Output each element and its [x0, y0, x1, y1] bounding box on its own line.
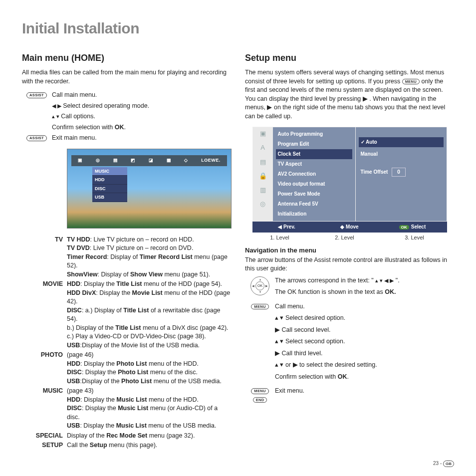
step-call-main: Call main menu. — [52, 91, 149, 102]
setup-menu-intro: The menu system offers several ways of c… — [245, 68, 454, 121]
up-down-arrow-icon: ▴ ▾ — [52, 113, 61, 119]
navigation-intro: The arrow buttons of the Assist remote c… — [245, 256, 454, 273]
dpad-ok-icon: ▴▾◀▶ — [250, 276, 269, 295]
setup-item: Antenna Feed 5V — [276, 199, 352, 209]
nav-exit: Exit menu. — [275, 387, 400, 396]
main-menu-heading: Main menu (HOME) — [22, 52, 231, 64]
tv-dropdown-item: USB — [92, 193, 127, 202]
column-left: Main menu (HOME) All media files can be … — [22, 52, 231, 451]
body-special: Display of the Rec Mode Set menu (page 3… — [67, 432, 231, 442]
ok-pill-icon: OK — [399, 225, 409, 230]
top-icon: ▣ — [78, 157, 82, 164]
term-music: MUSIC — [22, 387, 67, 432]
nav-call-menu: Call menu. — [275, 302, 400, 311]
top-icon: ▤ — [113, 157, 118, 164]
menu-button-icon: MENU — [251, 388, 268, 394]
display-icon: ▤ — [260, 158, 266, 167]
setup-level1-icons: ▣ A ▤ 🔒 ▥ ◎ — [253, 127, 273, 221]
hint-prev: ◀ Prev. — [255, 224, 318, 231]
nav-select-setting: ▴ ▾ or ▶ to select the desired setting. — [275, 361, 400, 370]
body-music: (page 43) HDD: Display the Music List me… — [67, 387, 231, 432]
step-call-options: ▴ ▾ Call options. — [52, 112, 149, 123]
page-title: Initial Installation — [22, 18, 454, 39]
tv-dropdown-title: MUSIC — [92, 167, 127, 176]
setup-menu-screenshot: ▣ A ▤ 🔒 ▥ ◎ Auto Programming Program Edi… — [252, 127, 447, 241]
setup-option-auto: ✓ Auto — [359, 137, 444, 147]
nav-confirm: Confirm selection with OK. — [275, 373, 400, 382]
menu-button-icon: MENU — [251, 304, 268, 310]
term-photo: PHOTO — [22, 351, 67, 387]
level-labels: 1. Level 2. Level 3. Level — [252, 234, 447, 241]
step-select-mode: ◀ ▶ Select desired operating mode. — [52, 102, 149, 113]
setup-item: Program Edit — [276, 139, 352, 149]
assist-button-icon: ASSIST — [26, 135, 47, 141]
end-button-icon: END — [253, 397, 267, 403]
left-right-arrow-icon: ◀ ▶ — [52, 103, 63, 109]
top-icon: ◇ — [184, 157, 188, 164]
page-footer: 23 - GB — [433, 460, 454, 467]
navigation-steps: ▴▾◀▶ The arrows correspond in the text: … — [245, 276, 400, 407]
step-exit-main: Exit main menu. — [52, 134, 149, 145]
hint-move: ◆ Move — [318, 224, 381, 231]
term-special: SPECIAL — [22, 432, 67, 442]
rec-icon: ◎ — [260, 200, 265, 209]
nav-select-second: ▴ ▾ Select second option. — [275, 337, 400, 346]
setup-item: Power Save Mode — [276, 189, 352, 199]
menu-description-list: TV TV HDD: Live TV picture on – record o… — [22, 236, 231, 451]
tuner-icon: ▣ — [260, 129, 266, 138]
setup-item: TV Aspect — [276, 159, 352, 169]
setup-option-manual: Manual — [359, 149, 444, 159]
setup-level3-list: ✓ Auto Manual Time Offset 0 — [355, 127, 447, 221]
setup-item-selected: Clock Set — [276, 149, 352, 159]
assist-button-icon: ASSIST — [26, 92, 47, 98]
nav-ok-line: The OK function is shown in the text as … — [275, 288, 400, 297]
term-setup: SETUP — [22, 441, 67, 451]
setup-footer-hints: ◀ Prev. ◆ Move OKSelect — [252, 222, 447, 233]
setup-menu-heading: Setup menu — [245, 52, 454, 64]
step-confirm: Confirm selection with OK. — [52, 123, 149, 134]
letter-a-icon: A — [260, 143, 265, 152]
tv-dropdown-item: HDD — [92, 176, 127, 185]
body-photo: (page 46) HDD: Display the Photo List me… — [67, 351, 231, 387]
top-icon: ◎ — [96, 157, 100, 164]
main-menu-steps: ASSIST Call main menu. ◀ ▶ Select desire… — [22, 91, 149, 145]
brand-logo: LOEWE. — [201, 157, 221, 164]
nav-select-option: ▴ ▾ Select desired option. — [275, 314, 400, 323]
lang-badge: GB — [443, 461, 454, 467]
nav-call-second: ▶ Call second level. — [275, 326, 400, 335]
top-icon: ◩ — [131, 157, 135, 164]
disc-icon: ▥ — [260, 186, 266, 195]
two-column-layout: Main menu (HOME) All media files can be … — [22, 52, 454, 451]
term-tv: TV — [22, 236, 67, 280]
setup-item: Initialization — [276, 209, 352, 219]
setup-item: Video output format — [276, 179, 352, 189]
home-menu-screenshot: ▣ ◎ ▤ ◩ ◪ ▦ ◇ LOEWE. MUSIC HDD DISC USB — [67, 149, 232, 229]
body-tv: TV HDD: Live TV picture on – record on H… — [67, 236, 231, 280]
hint-select: OKSelect — [381, 224, 444, 231]
main-menu-intro: All media files can be called from the m… — [22, 68, 231, 86]
column-right: Setup menu The menu system offers severa… — [245, 52, 454, 451]
body-setup: Call the Setup menu (this page). — [67, 441, 231, 451]
lock-icon: 🔒 — [259, 172, 267, 181]
setup-time-offset: Time Offset 0 — [359, 166, 444, 178]
nav-arrows-line: The arrows correspond in the text: " ▴ ▾… — [275, 276, 400, 285]
navigation-subhead: Navigation in the menu — [245, 246, 454, 255]
setup-item: Auto Programming — [276, 129, 352, 139]
body-movie: HDD: Display the Title List menu of the … — [67, 280, 231, 351]
top-icon: ◪ — [149, 157, 153, 164]
setup-item: AV2 Connection — [276, 169, 352, 179]
nav-call-third: ▶ Call third level. — [275, 349, 400, 358]
setup-level2-list: Auto Programming Program Edit Clock Set … — [273, 127, 355, 221]
time-offset-value: 0 — [392, 168, 406, 177]
tv-dropdown: MUSIC HDD DISC USB — [92, 167, 127, 202]
tv-dropdown-item: DISC — [92, 185, 127, 194]
term-movie: MOVIE — [22, 280, 67, 351]
top-icon: ▦ — [167, 157, 171, 164]
menu-button-icon: MENU — [402, 79, 420, 85]
